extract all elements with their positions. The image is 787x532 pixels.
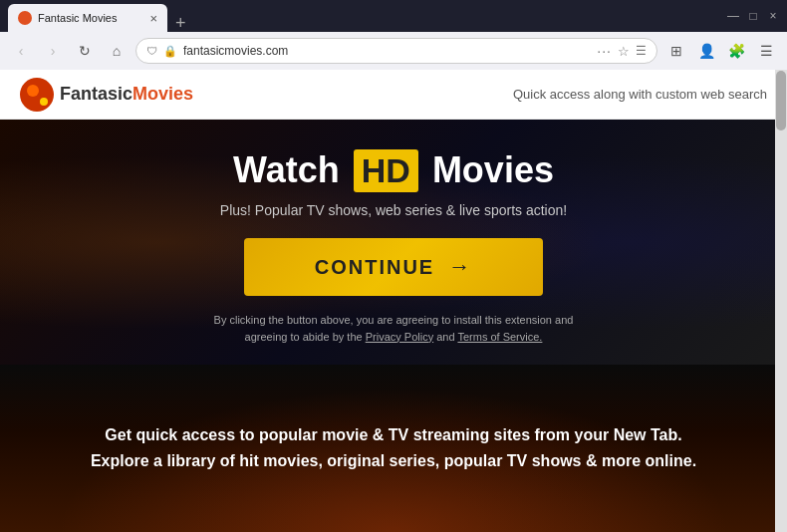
lower-text-1: Get quick access to popular movie & TV s… <box>105 426 681 444</box>
minimize-button[interactable]: — <box>727 10 739 22</box>
address-bar[interactable]: 🛡 🔒 fantasicmovies.com ··· ☆ ☰ <box>135 38 657 64</box>
continue-label: CONTINUE <box>315 256 434 279</box>
title-bar: Fantasic Movies × + — □ × <box>0 0 787 32</box>
window-controls: — □ × <box>727 10 779 22</box>
hero-section: Watch HD Movies Plus! Popular TV shows, … <box>0 120 787 365</box>
hero-content: Watch HD Movies Plus! Popular TV shows, … <box>20 149 767 345</box>
logo-movies: Movies <box>132 84 193 104</box>
hd-badge: HD <box>354 149 418 192</box>
active-tab[interactable]: Fantasic Movies × <box>8 4 167 32</box>
url-text: fantasicmovies.com <box>183 44 591 58</box>
site-header: FantasicMovies Quick access along with c… <box>0 70 787 120</box>
continue-button[interactable]: CONTINUE → <box>244 238 543 296</box>
account-button[interactable]: 👤 <box>693 38 719 64</box>
browser-window: Fantasic Movies × + — □ × ‹ › ↻ ⌂ 🛡 🔒 fa… <box>0 0 787 532</box>
close-window-button[interactable]: × <box>767 10 779 22</box>
logo-area: FantasicMovies <box>20 78 193 112</box>
terms-link[interactable]: Terms of Service. <box>457 331 542 343</box>
lower-content: Get quick access to popular movie & TV s… <box>0 365 787 532</box>
hero-disclaimer: By clicking the button above, you are ag… <box>194 312 593 345</box>
navigation-bar: ‹ › ↻ ⌂ 🛡 🔒 fantasicmovies.com ··· ☆ ☰ ⊞… <box>0 32 787 70</box>
forward-button[interactable]: › <box>40 38 66 64</box>
lock-icon: 🔒 <box>163 45 177 58</box>
logo-text: FantasicMovies <box>60 84 193 105</box>
tab-area: Fantasic Movies × + <box>8 0 727 32</box>
back-button[interactable]: ‹ <box>8 38 34 64</box>
home-button[interactable]: ⌂ <box>104 38 130 64</box>
lower-text-2: Explore a library of hit movies, origina… <box>91 452 696 470</box>
hero-title-after: Movies <box>432 149 554 190</box>
tab-close-button[interactable]: × <box>149 12 157 25</box>
shield-icon: 🛡 <box>146 45 157 57</box>
collections-button[interactable]: ⊞ <box>663 38 689 64</box>
hero-title: Watch HD Movies <box>20 149 767 192</box>
logo-icon <box>20 78 54 112</box>
disclaimer-and: and <box>436 331 457 343</box>
maximize-button[interactable]: □ <box>747 10 759 22</box>
site-tagline: Quick access along with custom web searc… <box>513 87 767 102</box>
new-tab-button[interactable]: + <box>171 14 190 32</box>
continue-arrow-icon: → <box>448 254 472 280</box>
bookmark-icon[interactable]: ☆ <box>618 44 630 59</box>
logo-fantasic: Fantasic <box>60 84 132 104</box>
refresh-button[interactable]: ↻ <box>72 38 98 64</box>
lower-section: Get quick access to popular movie & TV s… <box>0 365 787 532</box>
hero-title-before: Watch <box>233 149 340 190</box>
hero-subtitle: Plus! Popular TV shows, web series & liv… <box>20 202 767 218</box>
scrollbar-thumb[interactable] <box>776 71 786 131</box>
page-content: FantasicMovies Quick access along with c… <box>0 70 787 532</box>
privacy-policy-link[interactable]: Privacy Policy <box>366 331 433 343</box>
nav-right-area: ⊞ 👤 🧩 ☰ <box>663 38 779 64</box>
reader-mode-icon[interactable]: ☰ <box>636 44 647 58</box>
more-icon[interactable]: ··· <box>597 43 612 59</box>
tab-favicon <box>18 11 32 25</box>
menu-button[interactable]: ☰ <box>753 38 779 64</box>
tab-title: Fantasic Movies <box>38 12 143 24</box>
extensions-button[interactable]: 🧩 <box>723 38 749 64</box>
